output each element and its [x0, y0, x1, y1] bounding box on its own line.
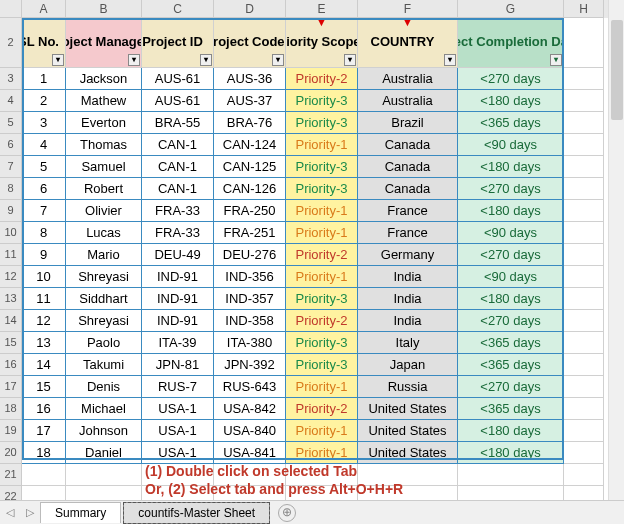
empty-header-H[interactable]: [564, 18, 604, 68]
cell-sl[interactable]: 17: [22, 420, 66, 442]
cell-country[interactable]: France: [358, 200, 458, 222]
cell-priority[interactable]: Priority-2: [286, 398, 358, 420]
cell-country[interactable]: France: [358, 222, 458, 244]
cell-priority[interactable]: Priority-1: [286, 222, 358, 244]
cell-days[interactable]: <365 days: [458, 332, 564, 354]
cell-country[interactable]: United States: [358, 398, 458, 420]
cell-country[interactable]: United States: [358, 420, 458, 442]
cell-sl[interactable]: 3: [22, 112, 66, 134]
cell-pcode[interactable]: RUS-643: [214, 376, 286, 398]
cell-pcode[interactable]: IND-357: [214, 288, 286, 310]
cell-empty[interactable]: [564, 200, 604, 222]
tab-master-sheet[interactable]: countifs-Master Sheet: [123, 502, 270, 524]
row-label-2[interactable]: 2: [0, 18, 22, 68]
filter-icon[interactable]: ▾: [52, 54, 64, 66]
cell-days[interactable]: <365 days: [458, 112, 564, 134]
row-label[interactable]: 9: [0, 200, 22, 222]
row-label[interactable]: 21: [0, 464, 22, 486]
cell-pid[interactable]: BRA-55: [142, 112, 214, 134]
row-label[interactable]: 15: [0, 332, 22, 354]
cell-pcode[interactable]: FRA-250: [214, 200, 286, 222]
cell-empty[interactable]: [564, 310, 604, 332]
header-scope[interactable]: ▼Priority Scope▾: [286, 18, 358, 68]
cell-pcode[interactable]: USA-842: [214, 398, 286, 420]
cell-empty[interactable]: [564, 442, 604, 464]
scrollbar-thumb[interactable]: [611, 20, 623, 120]
cell-pcode[interactable]: CAN-125: [214, 156, 286, 178]
cell-pcode[interactable]: AUS-37: [214, 90, 286, 112]
cell-empty[interactable]: [564, 244, 604, 266]
filter-icon[interactable]: ▾: [344, 54, 356, 66]
cell-pid[interactable]: USA-1: [142, 420, 214, 442]
cell-country[interactable]: Brazil: [358, 112, 458, 134]
row-label[interactable]: 3: [0, 68, 22, 90]
col-header-F[interactable]: F: [358, 0, 458, 18]
cell-pm[interactable]: Shreyasi: [66, 310, 142, 332]
cell-sl[interactable]: 12: [22, 310, 66, 332]
cell-country[interactable]: United States: [358, 442, 458, 464]
header-days[interactable]: Project Completion Days▾: [458, 18, 564, 68]
row-label[interactable]: 11: [0, 244, 22, 266]
cell-pcode[interactable]: IND-356: [214, 266, 286, 288]
cell-pcode[interactable]: FRA-251: [214, 222, 286, 244]
cell-pid[interactable]: FRA-33: [142, 200, 214, 222]
cell-days[interactable]: <90 days: [458, 134, 564, 156]
cell-priority[interactable]: Priority-1: [286, 442, 358, 464]
cell-priority[interactable]: Priority-1: [286, 376, 358, 398]
row-label[interactable]: 8: [0, 178, 22, 200]
cell-pm[interactable]: Everton: [66, 112, 142, 134]
cell-empty[interactable]: [564, 222, 604, 244]
cell-pm[interactable]: Robert: [66, 178, 142, 200]
cell-pcode[interactable]: AUS-36: [214, 68, 286, 90]
cell-sl[interactable]: 15: [22, 376, 66, 398]
cell-days[interactable]: <270 days: [458, 178, 564, 200]
cell-pid[interactable]: JPN-81: [142, 354, 214, 376]
cell-pid[interactable]: USA-1: [142, 398, 214, 420]
cell-sl[interactable]: 8: [22, 222, 66, 244]
add-sheet-icon[interactable]: ⊕: [278, 504, 296, 522]
cell-empty[interactable]: [564, 134, 604, 156]
col-header-B[interactable]: B: [66, 0, 142, 18]
cell-country[interactable]: Germany: [358, 244, 458, 266]
cell-country[interactable]: Canada: [358, 156, 458, 178]
cell-pm[interactable]: Michael: [66, 398, 142, 420]
cell-empty[interactable]: [564, 398, 604, 420]
cell-days[interactable]: <270 days: [458, 310, 564, 332]
cell-empty[interactable]: [564, 112, 604, 134]
cell-sl[interactable]: 11: [22, 288, 66, 310]
cell-pid[interactable]: IND-91: [142, 310, 214, 332]
cell-priority[interactable]: Priority-1: [286, 266, 358, 288]
cell-priority[interactable]: Priority-2: [286, 68, 358, 90]
cell-pcode[interactable]: ITA-380: [214, 332, 286, 354]
cell-pm[interactable]: Mario: [66, 244, 142, 266]
cell-empty[interactable]: [564, 156, 604, 178]
cell-days[interactable]: <180 days: [458, 420, 564, 442]
cell-days[interactable]: <180 days: [458, 442, 564, 464]
cell-sl[interactable]: 2: [22, 90, 66, 112]
cell-empty[interactable]: [564, 420, 604, 442]
cell-days[interactable]: <270 days: [458, 68, 564, 90]
cell-pid[interactable]: RUS-7: [142, 376, 214, 398]
cell-pcode[interactable]: CAN-124: [214, 134, 286, 156]
filter-icon[interactable]: ▾: [272, 54, 284, 66]
col-header-C[interactable]: C: [142, 0, 214, 18]
row-label[interactable]: 6: [0, 134, 22, 156]
cell-pid[interactable]: FRA-33: [142, 222, 214, 244]
cell-days[interactable]: <270 days: [458, 376, 564, 398]
cell-sl[interactable]: 14: [22, 354, 66, 376]
cell-country[interactable]: Canada: [358, 134, 458, 156]
cell-priority[interactable]: Priority-2: [286, 310, 358, 332]
cell-country[interactable]: Canada: [358, 178, 458, 200]
header-sl[interactable]: SL No.▾: [22, 18, 66, 68]
cell-pm[interactable]: Samuel: [66, 156, 142, 178]
cell-pcode[interactable]: IND-358: [214, 310, 286, 332]
cell-empty[interactable]: [564, 68, 604, 90]
cell-empty[interactable]: [564, 354, 604, 376]
cell-pid[interactable]: IND-91: [142, 266, 214, 288]
row-label[interactable]: 13: [0, 288, 22, 310]
cell-pcode[interactable]: CAN-126: [214, 178, 286, 200]
cell-country[interactable]: Australia: [358, 68, 458, 90]
cell-priority[interactable]: Priority-3: [286, 354, 358, 376]
cell-priority[interactable]: Priority-3: [286, 178, 358, 200]
cell-sl[interactable]: 6: [22, 178, 66, 200]
